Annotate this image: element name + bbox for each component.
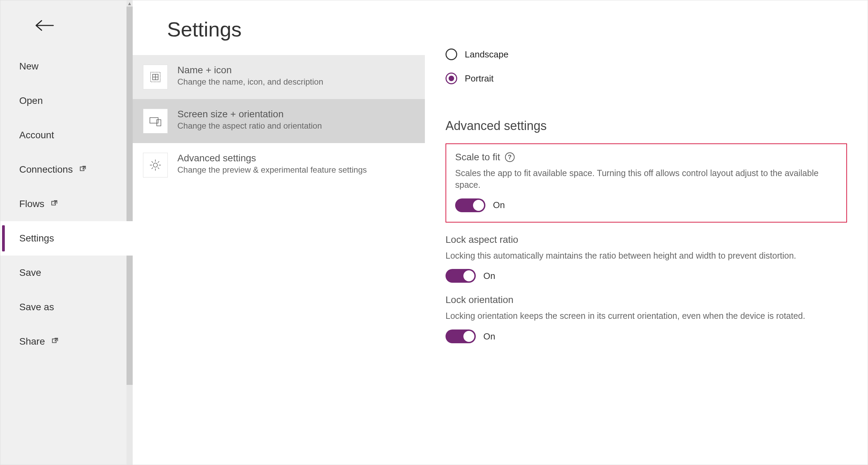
orientation-radio-group: Landscape Portrait	[446, 48, 847, 84]
toggle-label: On	[483, 271, 495, 281]
nav-label: Account	[19, 130, 54, 141]
category-desc: Change the preview & experimental featur…	[177, 165, 367, 175]
sidebar-item-save-as[interactable]: Save as	[0, 290, 133, 324]
nav-label: Flows	[19, 198, 44, 209]
setting-lock-orientation: Lock orientation Locking orientation kee…	[446, 294, 847, 343]
sidebar-item-open[interactable]: Open	[0, 84, 133, 118]
toggle-lock-orientation[interactable]	[446, 329, 476, 343]
radio-label: Landscape	[465, 49, 508, 60]
sidebar: ▲ New Open Account Connections Flows Set…	[0, 0, 133, 465]
sidebar-item-account[interactable]: Account	[0, 118, 133, 152]
settings-detail-panel: Landscape Portrait Advanced settings Sca…	[425, 0, 868, 465]
sidebar-item-settings[interactable]: Settings	[0, 221, 133, 256]
external-link-icon	[50, 199, 59, 208]
external-link-icon	[51, 337, 59, 346]
radio-landscape[interactable]: Landscape	[446, 48, 847, 60]
nav-label: Settings	[19, 233, 54, 244]
sidebar-item-save[interactable]: Save	[0, 256, 133, 290]
category-screen-size[interactable]: Screen size + orientation Change the asp…	[133, 99, 425, 143]
nav-label: Save	[19, 267, 41, 278]
category-desc: Change the aspect ratio and orientation	[177, 121, 322, 131]
devices-icon	[143, 109, 168, 133]
sidebar-item-share[interactable]: Share	[0, 324, 133, 359]
setting-desc: Locking this automatically maintains the…	[446, 250, 824, 262]
setting-title: Lock orientation	[446, 294, 514, 305]
radio-icon	[446, 73, 457, 84]
category-name-icon[interactable]: Name + icon Change the name, icon, and d…	[133, 55, 425, 99]
grid-icon	[143, 65, 168, 89]
nav-label: Share	[19, 336, 45, 347]
nav-label: Open	[19, 95, 43, 106]
svg-point-6	[153, 163, 157, 167]
highlight-box: Scale to fit ? Scales the app to fit ava…	[446, 143, 847, 223]
back-button[interactable]	[0, 0, 133, 49]
toggle-scale-to-fit[interactable]	[455, 198, 485, 212]
category-title: Advanced settings	[177, 153, 367, 164]
category-advanced[interactable]: Advanced settings Change the preview & e…	[133, 143, 425, 187]
toggle-knob	[473, 200, 484, 211]
category-desc: Change the name, icon, and description	[177, 77, 323, 87]
gear-icon	[143, 153, 168, 177]
scroll-up-icon[interactable]: ▲	[127, 0, 133, 7]
page-title: Settings	[133, 7, 425, 55]
radio-label: Portrait	[465, 73, 494, 84]
setting-lock-aspect: Lock aspect ratio Locking this automatic…	[446, 234, 847, 283]
toggle-label: On	[483, 331, 495, 342]
toggle-label: On	[493, 200, 505, 210]
radio-portrait[interactable]: Portrait	[446, 73, 847, 84]
sidebar-item-connections[interactable]: Connections	[0, 152, 133, 187]
toggle-knob	[463, 331, 474, 342]
help-icon[interactable]: ?	[505, 152, 515, 162]
setting-desc: Scales the app to fit available space. T…	[455, 167, 833, 191]
category-title: Name + icon	[177, 65, 323, 76]
nav-label: Connections	[19, 164, 73, 175]
setting-desc: Locking orientation keeps the screen in …	[446, 310, 824, 322]
sidebar-item-flows[interactable]: Flows	[0, 187, 133, 221]
external-link-icon	[78, 165, 87, 174]
toggle-knob	[463, 270, 474, 281]
setting-title: Scale to fit	[455, 152, 500, 163]
setting-title: Lock aspect ratio	[446, 234, 518, 245]
scrollbar-thumb[interactable]	[127, 7, 133, 385]
setting-scale-to-fit: Scale to fit ? Scales the app to fit ava…	[455, 152, 837, 212]
settings-categories: Settings Name + icon Change the name, ic…	[133, 0, 425, 465]
nav-label: Save as	[19, 302, 54, 313]
back-arrow-icon	[35, 19, 54, 32]
toggle-lock-aspect[interactable]	[446, 269, 476, 283]
radio-icon	[446, 48, 457, 60]
sidebar-item-new[interactable]: New	[0, 49, 133, 84]
category-title: Screen size + orientation	[177, 109, 322, 120]
nav-label: New	[19, 61, 39, 72]
advanced-settings-heading: Advanced settings	[446, 119, 847, 133]
svg-rect-5	[157, 120, 161, 126]
